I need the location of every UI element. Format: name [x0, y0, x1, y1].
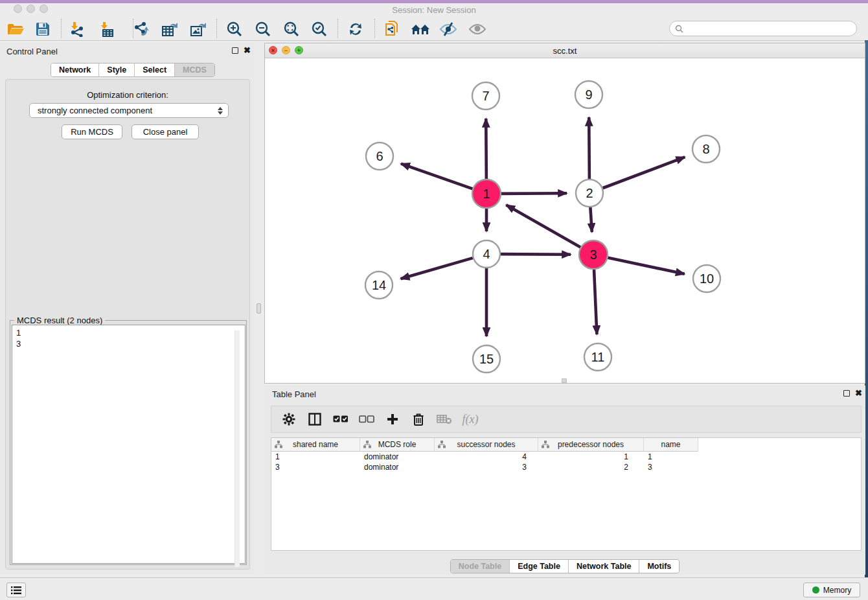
graph-node-8[interactable]: 8	[692, 135, 720, 163]
tab-mcds[interactable]: MCDS	[175, 63, 214, 76]
canvas-scrollbar-hint[interactable]	[562, 378, 567, 383]
close-panel-icon[interactable]: ✖	[244, 45, 251, 55]
graph-node-6[interactable]: 6	[366, 143, 393, 170]
tab-select[interactable]: Select	[135, 63, 175, 76]
graph-node-14[interactable]: 14	[365, 271, 393, 299]
graph-node-3[interactable]: 3	[579, 240, 608, 269]
delete-table-button[interactable]	[436, 414, 453, 424]
close-panel-icon[interactable]: ✖	[855, 388, 862, 398]
add-column-button[interactable]	[384, 413, 401, 426]
column-header-shared-name[interactable]: shared name	[271, 438, 360, 452]
graph-node-15[interactable]: 15	[473, 345, 500, 373]
table-options-button[interactable]	[280, 413, 297, 426]
mcds-result-text[interactable]: 1 3	[12, 325, 246, 564]
column-label: name	[661, 440, 680, 449]
graph-edge-4-3[interactable]	[501, 254, 571, 255]
import-network-button[interactable]	[65, 18, 88, 40]
open-session-button[interactable]	[4, 18, 27, 40]
graph-node-4[interactable]: 4	[473, 240, 500, 268]
column-header-predecessor-nodes[interactable]: predecessor nodes	[538, 438, 644, 452]
export-network-button[interactable]	[130, 18, 153, 40]
apply-function-button[interactable]: f(x)	[462, 413, 479, 426]
graph-node-2[interactable]: 2	[576, 179, 603, 207]
close-panel-button[interactable]: Close panel	[131, 124, 199, 139]
cell-name: 3	[644, 462, 698, 472]
tab-network[interactable]: Network	[51, 63, 99, 76]
graph-node-11[interactable]: 11	[584, 343, 611, 371]
column-label: predecessor nodes	[558, 440, 624, 449]
graph-edge-2-3[interactable]	[590, 207, 591, 232]
save-session-button[interactable]	[31, 18, 54, 40]
svg-text:8: 8	[702, 142, 709, 156]
search-field[interactable]	[669, 21, 857, 36]
tab-motifs[interactable]: Motifs	[639, 560, 679, 573]
show-column-button[interactable]	[306, 413, 323, 426]
memory-button[interactable]: Memory	[803, 583, 860, 597]
toolbar-separator	[337, 19, 338, 38]
network-canvas[interactable]: 1234678910111415	[265, 58, 865, 383]
graph-node-7[interactable]: 7	[472, 82, 499, 110]
zoom-out-button[interactable]	[251, 18, 275, 40]
graph-edge-4-14[interactable]	[401, 258, 473, 279]
mcds-tab-content: Optimization criterion: strongly connect…	[5, 79, 250, 570]
export-table-button[interactable]	[158, 18, 181, 40]
column-type-icon	[438, 441, 446, 448]
run-mcds-button[interactable]: Run MCDS	[62, 124, 122, 139]
tab-node-table[interactable]: Node Table	[451, 560, 510, 573]
duplicate-network-button[interactable]	[380, 18, 404, 40]
svg-text:3: 3	[589, 248, 597, 262]
tab-style[interactable]: Style	[99, 63, 135, 76]
hide-graphics-details-button[interactable]	[437, 18, 460, 40]
graph-edge-1-7[interactable]	[486, 119, 486, 179]
cell-successor-nodes: 3	[435, 462, 538, 472]
import-table-button[interactable]	[95, 18, 118, 40]
column-header-name[interactable]: name	[644, 438, 698, 452]
task-history-button[interactable]	[6, 583, 26, 597]
graph-edge-1-6[interactable]	[401, 164, 473, 189]
graph-edge-3-10[interactable]	[608, 258, 685, 274]
zoom-fit-button[interactable]	[280, 18, 303, 40]
tab-network-table[interactable]: Network Table	[569, 560, 640, 573]
control-panel-title: Control Panel	[6, 47, 58, 56]
network-graph[interactable]: 1234678910111415	[265, 58, 865, 383]
plus-icon	[386, 413, 399, 426]
optimization-criterion-dropdown[interactable]: strongly connected component	[29, 103, 229, 118]
zoom-selected-button[interactable]	[308, 18, 331, 40]
tab-edge-table[interactable]: Edge Table	[510, 560, 569, 573]
graph-node-1[interactable]: 1	[472, 179, 501, 208]
graph-edge-2-9[interactable]	[589, 117, 589, 179]
column-header-mcds-role[interactable]: MCDS role	[360, 438, 435, 452]
svg-text:6: 6	[376, 149, 383, 163]
graph-node-10[interactable]: 10	[693, 265, 720, 292]
column-label: MCDS role	[378, 440, 417, 449]
float-panel-icon[interactable]	[232, 47, 238, 54]
delete-column-button[interactable]	[410, 413, 427, 426]
float-panel-icon[interactable]	[843, 390, 850, 397]
table-row[interactable]: 1 dominator 4 1 1	[271, 452, 861, 462]
column-type-icon	[542, 441, 549, 448]
zoom-in-button[interactable]	[223, 18, 246, 40]
search-input[interactable]	[687, 24, 851, 33]
graph-edge-3-1[interactable]	[506, 205, 580, 248]
result-scrollbar[interactable]	[234, 330, 240, 567]
show-graphics-details-button[interactable]	[466, 18, 489, 40]
cell-mcds-role: dominator	[360, 452, 435, 462]
refresh-layout-button[interactable]	[344, 18, 367, 40]
export-image-button[interactable]	[187, 18, 210, 40]
show-all-networks-button[interactable]	[409, 18, 432, 40]
graph-edge-1-2[interactable]	[501, 193, 567, 194]
gear-icon	[282, 413, 295, 426]
graph-node-9[interactable]: 9	[575, 81, 602, 108]
unchecked-boxes-icon	[359, 415, 374, 423]
network-window-titlebar[interactable]: × − + scc.txt	[265, 43, 865, 58]
column-header-successor-nodes[interactable]: successor nodes	[435, 438, 538, 452]
table-row[interactable]: 3 dominator 3 2 3	[271, 462, 861, 472]
split-divider-handle[interactable]	[257, 303, 261, 314]
export-image-icon	[190, 21, 207, 37]
delete-table-icon	[437, 414, 452, 424]
unselect-all-button[interactable]	[358, 415, 375, 423]
graph-edge-3-11[interactable]	[594, 269, 597, 334]
select-all-button[interactable]	[332, 415, 349, 423]
graph-edge-2-8[interactable]	[603, 157, 685, 188]
dropdown-value: strongly connected component	[38, 106, 152, 115]
